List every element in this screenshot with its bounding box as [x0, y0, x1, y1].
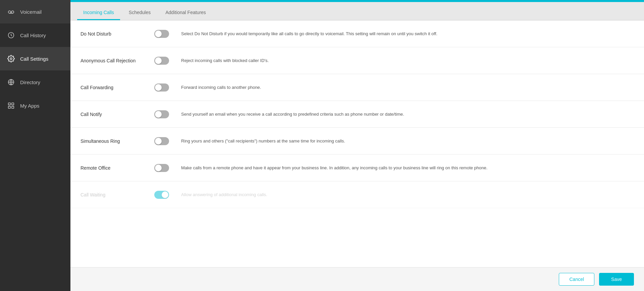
setting-name-do-not-disturb: Do Not Disturb: [80, 31, 154, 37]
setting-row-simultaneous-ring: Simultaneous RingRing yours and others (…: [70, 128, 644, 155]
setting-row-remote-office: Remote OfficeMake calls from a remote ph…: [70, 155, 644, 181]
sidebar-item-my-apps[interactable]: My Apps: [0, 94, 70, 117]
svg-rect-9: [8, 106, 10, 108]
save-button[interactable]: Save: [599, 273, 634, 286]
toggle-knob-do-not-disturb: [155, 31, 162, 37]
toggle-knob-remote-office: [155, 165, 162, 171]
toggle-simultaneous-ring[interactable]: [154, 137, 169, 145]
sidebar-item-directory[interactable]: Directory: [0, 70, 70, 94]
cancel-button[interactable]: Cancel: [559, 273, 594, 286]
setting-row-call-forwarding: Call ForwardingForward incoming calls to…: [70, 74, 644, 101]
sidebar-item-call-settings[interactable]: Call Settings: [0, 47, 70, 70]
call-history-icon: [7, 31, 15, 40]
setting-desc-call-waiting: Allow answering of additional incoming c…: [181, 191, 634, 198]
toggle-knob-call-forwarding: [155, 84, 162, 91]
tab-additional-features[interactable]: Additional Features: [159, 5, 212, 20]
setting-name-call-notify: Call Notify: [80, 112, 154, 117]
setting-desc-remote-office: Make calls from a remote phone and have …: [181, 165, 634, 171]
sidebar-label-directory: Directory: [20, 79, 40, 85]
toggle-knob-call-notify: [155, 111, 162, 118]
setting-row-do-not-disturb: Do Not DisturbSelect Do Not Disturb if y…: [70, 20, 644, 47]
sidebar-label-my-apps: My Apps: [20, 103, 40, 109]
toggle-knob-simultaneous-ring: [155, 138, 162, 144]
footer: Cancel Save: [70, 267, 644, 291]
main-content: Incoming Calls Schedules Additional Feat…: [70, 0, 644, 291]
gear-icon: [7, 54, 15, 63]
setting-name-call-waiting: Call Waiting: [80, 192, 154, 197]
setting-name-call-forwarding: Call Forwarding: [80, 85, 154, 90]
setting-desc-anonymous-call-rejection: Reject incoming calls with blocked calle…: [181, 57, 634, 64]
toggle-do-not-disturb[interactable]: [154, 30, 169, 38]
svg-point-4: [10, 58, 12, 60]
svg-rect-8: [12, 103, 14, 105]
setting-name-remote-office: Remote Office: [80, 165, 154, 171]
svg-rect-10: [12, 106, 14, 108]
tab-incoming-calls[interactable]: Incoming Calls: [77, 5, 120, 20]
setting-name-anonymous-call-rejection: Anonymous Call Rejection: [80, 58, 154, 63]
setting-desc-call-forwarding: Forward incoming calls to another phone.: [181, 84, 634, 91]
sidebar: Voicemail Call History Call Settings Dir…: [0, 0, 70, 291]
setting-desc-simultaneous-ring: Ring yours and others ("call recipients"…: [181, 138, 634, 144]
toggle-call-notify[interactable]: [154, 110, 169, 118]
voicemail-icon: [7, 7, 15, 16]
setting-row-call-waiting: Call WaitingAllow answering of additiona…: [70, 181, 644, 208]
grid-icon: [7, 101, 15, 110]
setting-desc-call-notify: Send yourself an email when you receive …: [181, 111, 634, 118]
sidebar-item-call-history[interactable]: Call History: [0, 23, 70, 47]
settings-content: Do Not DisturbSelect Do Not Disturb if y…: [70, 20, 644, 267]
toggle-call-waiting[interactable]: [154, 191, 169, 199]
setting-desc-do-not-disturb: Select Do Not Disturb if you would tempo…: [181, 31, 634, 37]
setting-name-simultaneous-ring: Simultaneous Ring: [80, 138, 154, 144]
sidebar-label-voicemail: Voicemail: [20, 9, 42, 15]
sidebar-item-voicemail[interactable]: Voicemail: [0, 0, 70, 23]
sidebar-label-call-settings: Call Settings: [20, 56, 48, 62]
svg-point-0: [8, 11, 11, 13]
toggle-call-forwarding[interactable]: [154, 83, 169, 92]
toggle-knob-anonymous-call-rejection: [155, 57, 162, 64]
svg-point-1: [11, 11, 14, 13]
setting-row-call-notify: Call NotifySend yourself an email when y…: [70, 101, 644, 128]
globe-icon: [7, 78, 15, 86]
tab-schedules[interactable]: Schedules: [123, 5, 157, 20]
toggle-knob-call-waiting: [162, 191, 168, 198]
toggle-remote-office[interactable]: [154, 164, 169, 172]
toggle-anonymous-call-rejection[interactable]: [154, 57, 169, 65]
sidebar-label-call-history: Call History: [20, 33, 46, 38]
setting-row-anonymous-call-rejection: Anonymous Call RejectionReject incoming …: [70, 47, 644, 74]
tabs-bar: Incoming Calls Schedules Additional Feat…: [70, 2, 644, 20]
svg-rect-7: [8, 103, 10, 105]
